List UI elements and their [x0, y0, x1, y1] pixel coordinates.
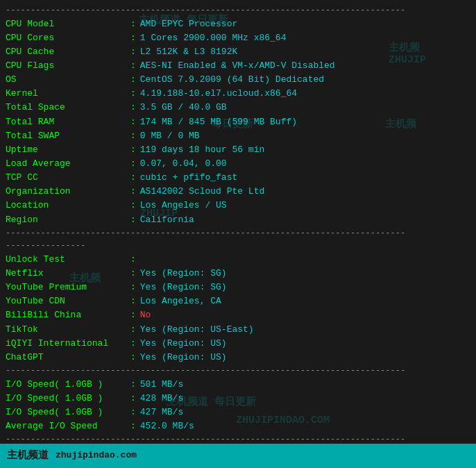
colon-cpu-model: :: [130, 17, 136, 31]
colon-tcp-cc: :: [130, 171, 136, 185]
row-cpu-flags: CPU Flags : AES-NI Enabled & VM-x/AMD-V …: [6, 59, 470, 73]
colon-cpu-flags: :: [130, 59, 136, 73]
value-tiktok: Yes (Region: US-East): [140, 323, 254, 337]
row-cpu-cores: CPU Cores : 1 Cores 2900.000 MHz x86_64: [6, 31, 470, 45]
label-cpu-flags: CPU Flags: [6, 59, 130, 73]
divider-top: ----------------------------------------…: [6, 4, 470, 17]
label-youtube-premium: YouTube Premium: [6, 281, 130, 294]
label-load-average: Load Average: [6, 157, 130, 171]
colon-youtube-premium: :: [130, 281, 136, 294]
label-uptime: Uptime: [6, 143, 130, 157]
label-location: Location: [6, 199, 130, 212]
row-io-3: I/O Speed( 1.0GB ) : 427 MB/s: [6, 406, 470, 419]
colon-region: :: [130, 213, 136, 227]
value-chatgpt: Yes (Region: US): [140, 351, 227, 365]
row-io-1: I/O Speed( 1.0GB ) : 501 MB/s: [6, 378, 470, 392]
value-cpu-cache: L2 512K & L3 8192K: [140, 45, 237, 59]
value-tcp-cc: cubic + pfifo_fast: [140, 171, 237, 185]
value-total-swap: 0 MB / 0 MB: [140, 129, 200, 143]
colon-netflix: :: [130, 267, 136, 281]
value-io-1: 501 MB/s: [140, 378, 183, 392]
value-region: California: [140, 213, 194, 227]
row-netflix: Netflix : Yes (Region: SG): [6, 267, 470, 281]
label-cpu-cache: CPU Cache: [6, 45, 130, 59]
label-iqiyi: iQIYI International: [6, 337, 130, 351]
label-bilibili: BiliBili China: [6, 308, 130, 322]
bottom-bar: 主机频道 zhujipindao.com: [0, 444, 476, 468]
colon-bilibili: :: [130, 308, 136, 322]
label-tcp-cc: TCP CC: [6, 171, 130, 185]
value-cpu-cores: 1 Cores 2900.000 MHz x86_64: [140, 31, 287, 45]
row-chatgpt: ChatGPT : Yes (Region: US): [6, 351, 470, 365]
row-total-swap: Total SWAP : 0 MB / 0 MB: [6, 129, 470, 143]
divider-section-1: ----------------------------------------…: [6, 227, 470, 240]
row-organization: Organization : AS142002 Scloud Pte Ltd: [6, 185, 470, 199]
label-netflix: Netflix: [6, 267, 130, 281]
label-unlock-test: Unlock Test: [6, 253, 130, 267]
value-bilibili: No: [140, 308, 151, 322]
colon-cpu-cache: :: [130, 45, 136, 59]
value-cpu-model: AMD EPYC Processor: [140, 17, 237, 31]
value-total-space: 3.5 GB / 40.0 GB: [140, 101, 227, 115]
label-avg-io: Average I/O Speed: [6, 419, 130, 433]
label-total-ram: Total RAM: [6, 115, 130, 129]
colon-total-space: :: [130, 101, 136, 115]
row-unlock-test-header: Unlock Test :: [6, 253, 470, 267]
label-youtube-cdn: YouTube CDN: [6, 294, 130, 308]
label-io-2: I/O Speed( 1.0GB ): [6, 392, 130, 406]
colon-io-1: :: [130, 378, 136, 392]
value-avg-io: 452.0 MB/s: [140, 419, 194, 433]
site-logo: 主机频道: [7, 448, 49, 464]
colon-uptime: :: [130, 143, 136, 157]
row-total-ram: Total RAM : 174 MB / 845 MB (599 MB Buff…: [6, 115, 470, 129]
row-region: Region : California: [6, 213, 470, 227]
row-iqiyi: iQIYI International : Yes (Region: US): [6, 337, 470, 351]
row-os: OS : CentOS 7.9.2009 (64 Bit) Dedicated: [6, 73, 470, 87]
row-uptime: Uptime : 119 days 18 hour 56 min: [6, 143, 470, 157]
colon-os: :: [130, 73, 136, 87]
colon-youtube-cdn: :: [130, 294, 136, 308]
value-iqiyi: Yes (Region: US): [140, 337, 227, 351]
row-io-2: I/O Speed( 1.0GB ) : 428 MB/s: [6, 392, 470, 406]
colon-unlock-test: :: [130, 253, 136, 267]
value-cpu-flags: AES-NI Enabled & VM-x/AMD-V Disabled: [140, 59, 335, 73]
colon-cpu-cores: :: [130, 31, 136, 45]
row-cpu-model: CPU Model : AMD EPYC Processor: [6, 17, 470, 31]
site-url: zhujipindao.com: [56, 449, 137, 462]
row-avg-io: Average I/O Speed : 452.0 MB/s: [6, 419, 470, 433]
divider-section-2: ----------------------------------------…: [6, 365, 470, 378]
row-bilibili: BiliBili China : No: [6, 308, 470, 322]
value-organization: AS142002 Scloud Pte Ltd: [140, 185, 264, 199]
colon-organization: :: [130, 185, 136, 199]
label-total-space: Total Space: [6, 101, 130, 115]
row-load-average: Load Average : 0.07, 0.04, 0.00: [6, 157, 470, 171]
io-speed-section: I/O Speed( 1.0GB ) : 501 MB/s I/O Speed(…: [6, 378, 470, 434]
label-total-swap: Total SWAP: [6, 129, 130, 143]
row-youtube-cdn: YouTube CDN : Los Angeles, CA: [6, 294, 470, 308]
value-kernel: 4.19.188-10.el7.ucloud.x86_64: [140, 87, 297, 101]
label-io-3: I/O Speed( 1.0GB ): [6, 406, 130, 419]
colon-location: :: [130, 199, 136, 212]
value-os: CentOS 7.9.2009 (64 Bit) Dedicated: [140, 73, 324, 87]
value-uptime: 119 days 18 hour 56 min: [140, 143, 264, 157]
colon-io-2: :: [130, 392, 136, 406]
unlock-test-section: Unlock Test : Netflix : Yes (Region: SG)…: [6, 253, 470, 365]
row-youtube-premium: YouTube Premium : Yes (Region: SG): [6, 281, 470, 294]
label-cpu-model: CPU Model: [6, 17, 130, 31]
row-kernel: Kernel : 4.19.188-10.el7.ucloud.x86_64: [6, 87, 470, 101]
label-os: OS: [6, 73, 130, 87]
colon-avg-io: :: [130, 419, 136, 433]
row-tiktok: TikTok : Yes (Region: US-East): [6, 323, 470, 337]
row-total-space: Total Space : 3.5 GB / 40.0 GB: [6, 101, 470, 115]
divider-short-1: ----------------: [6, 240, 470, 253]
row-tcp-cc: TCP CC : cubic + pfifo_fast: [6, 171, 470, 185]
colon-kernel: :: [130, 87, 136, 101]
row-location: Location : Los Angeles / US: [6, 199, 470, 212]
label-cpu-cores: CPU Cores: [6, 31, 130, 45]
row-cpu-cache: CPU Cache : L2 512K & L3 8192K: [6, 45, 470, 59]
main-container: ----------------------------------------…: [0, 0, 476, 451]
colon-total-swap: :: [130, 129, 136, 143]
value-total-ram: 174 MB / 845 MB (599 MB Buff): [140, 115, 297, 129]
label-organization: Organization: [6, 185, 130, 199]
value-io-2: 428 MB/s: [140, 392, 183, 406]
